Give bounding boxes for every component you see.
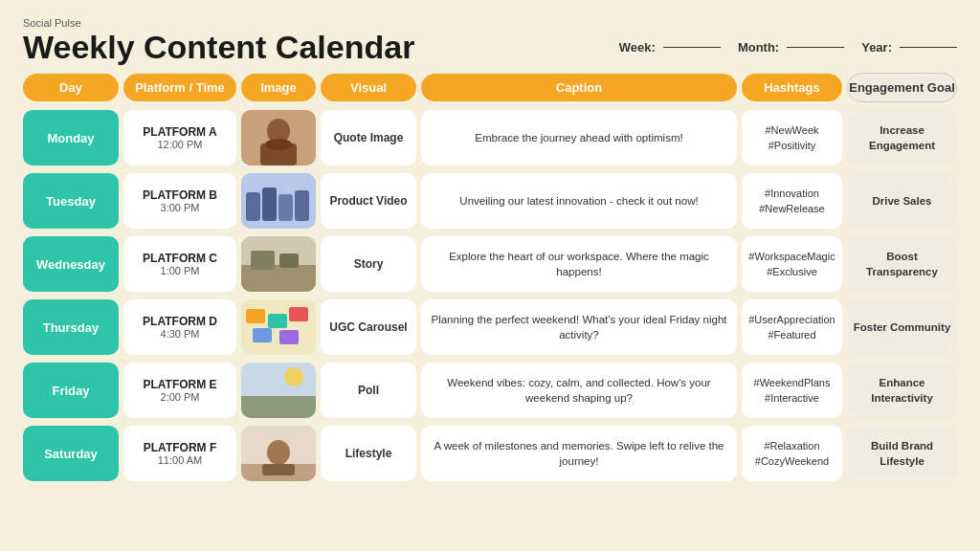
platform-time: 1:00 PM xyxy=(161,265,200,276)
svg-rect-17 xyxy=(253,328,272,342)
cell-engagement: Build Brand Lifestyle xyxy=(847,426,957,481)
app-container: Social Pulse Weekly Content Calendar Wee… xyxy=(23,17,957,483)
cell-platform: PLATFORM E 2:00 PM xyxy=(123,363,236,418)
platform-time: 3:00 PM xyxy=(161,202,200,213)
cell-image xyxy=(241,236,316,292)
svg-rect-14 xyxy=(246,309,265,323)
svg-rect-8 xyxy=(295,190,309,221)
header-hashtags: Hashtags xyxy=(742,74,842,101)
photo-0 xyxy=(241,110,316,165)
cell-hashtags: #Innovation#NewRelease xyxy=(742,173,842,229)
cell-day: Wednesday xyxy=(23,236,119,292)
header-platform: Platform / Time xyxy=(123,74,236,101)
header-visual: Visual xyxy=(321,74,416,101)
photo-5 xyxy=(241,426,316,481)
cell-platform: PLATFORM B 3:00 PM xyxy=(123,173,236,229)
platform-name: PLATFORM B xyxy=(143,188,217,202)
cell-visual: Quote Image xyxy=(321,110,416,165)
platform-time: 12:00 PM xyxy=(157,139,202,150)
week-field: Week: xyxy=(619,40,721,55)
cell-engagement: Foster Community xyxy=(847,299,957,355)
photo-4 xyxy=(241,363,316,418)
year-field: Year: xyxy=(861,40,957,55)
photo-3 xyxy=(241,299,316,355)
table-body: Monday PLATFORM A 12:00 PM Quote Image E… xyxy=(23,108,957,483)
cell-caption: Embrace the journey ahead with optimism! xyxy=(421,110,737,165)
cell-engagement: Drive Sales xyxy=(847,173,957,229)
title-row: Weekly Content Calendar Week: Month: Yea… xyxy=(23,31,957,63)
month-field: Month: xyxy=(738,40,844,55)
cell-visual: Lifestyle xyxy=(321,426,416,481)
week-fields: Week: Month: Year: xyxy=(619,40,957,55)
platform-time: 4:30 PM xyxy=(161,328,200,340)
cell-visual: Poll xyxy=(321,363,416,418)
header-day: Day xyxy=(23,74,119,101)
header-engagement: Engagement Goal xyxy=(847,73,957,102)
cell-visual: Story xyxy=(321,236,416,292)
svg-point-3 xyxy=(265,139,292,150)
svg-rect-20 xyxy=(241,396,316,418)
svg-rect-16 xyxy=(289,307,308,321)
week-input[interactable] xyxy=(663,47,721,48)
header-image: Image xyxy=(241,74,316,101)
cell-image xyxy=(241,426,316,481)
cell-image xyxy=(241,299,316,355)
platform-name: PLATFORM C xyxy=(143,252,217,265)
cell-day: Friday xyxy=(23,363,119,418)
platform-name: PLATFORM D xyxy=(143,315,217,328)
cell-hashtags: #Relaxation#CozyWeekend xyxy=(742,426,842,481)
cell-image xyxy=(241,173,316,229)
cell-caption: Explore the heart of our workspace. Wher… xyxy=(421,236,737,292)
cell-caption: Weekend vibes: cozy, calm, and collected… xyxy=(421,363,737,418)
photo-1 xyxy=(241,173,316,229)
svg-point-24 xyxy=(267,440,290,465)
cell-visual: UGC Carousel xyxy=(321,299,416,355)
brand-label: Social Pulse xyxy=(23,17,957,29)
header-caption: Caption xyxy=(421,74,737,101)
svg-rect-25 xyxy=(262,464,295,475)
cell-hashtags: #NewWeek#Positivity xyxy=(742,110,842,165)
cell-platform: PLATFORM D 4:30 PM xyxy=(123,299,236,355)
main-title: Weekly Content Calendar xyxy=(23,31,414,63)
table-row: Saturday PLATFORM F 11:00 AM Lifestyle A… xyxy=(23,424,957,483)
table-row: Tuesday PLATFORM B 3:00 PM Product Video… xyxy=(23,171,957,231)
cell-platform: PLATFORM A 12:00 PM xyxy=(123,110,236,165)
cell-engagement: Increase Engagement xyxy=(847,110,957,165)
svg-point-21 xyxy=(284,367,303,386)
table-row: Wednesday PLATFORM C 1:00 PM Story Explo… xyxy=(23,234,957,294)
platform-name: PLATFORM A xyxy=(143,125,216,139)
cell-image xyxy=(241,110,316,165)
column-headers: Day Platform / Time Image Visual Caption… xyxy=(23,73,957,102)
platform-name: PLATFORM F xyxy=(144,441,216,454)
table-row: Friday PLATFORM E 2:00 PM Poll Weekend v… xyxy=(23,361,957,420)
platform-time: 2:00 PM xyxy=(161,391,200,403)
svg-rect-15 xyxy=(268,314,287,328)
cell-caption: Unveiling our latest innovation - check … xyxy=(421,173,737,229)
cell-caption: A week of milestones and memories. Swipe… xyxy=(421,426,737,481)
svg-rect-6 xyxy=(262,187,277,221)
cell-caption: Planning the perfect weekend! What's you… xyxy=(421,299,737,355)
photo-2 xyxy=(241,236,316,292)
year-label: Year: xyxy=(861,40,892,55)
cell-hashtags: #WeekendPlans#Interactive xyxy=(742,363,842,418)
month-input[interactable] xyxy=(787,47,844,48)
platform-name: PLATFORM E xyxy=(143,378,216,391)
cell-day: Thursday xyxy=(23,299,119,355)
svg-rect-7 xyxy=(278,194,293,221)
cell-hashtags: #WorkspaceMagic#Exclusive xyxy=(742,236,842,292)
cell-day: Tuesday xyxy=(23,173,119,229)
table-row: Thursday PLATFORM D 4:30 PM UGC Carousel… xyxy=(23,298,957,357)
cell-day: Monday xyxy=(23,110,119,165)
week-label: Week: xyxy=(619,40,656,55)
cell-platform: PLATFORM F 11:00 AM xyxy=(123,426,236,481)
cell-engagement: Boost Transparency xyxy=(847,236,957,292)
table-row: Monday PLATFORM A 12:00 PM Quote Image E… xyxy=(23,108,957,167)
year-input[interactable] xyxy=(900,47,957,48)
svg-rect-12 xyxy=(279,253,299,268)
month-label: Month: xyxy=(738,40,779,55)
cell-day: Saturday xyxy=(23,426,119,481)
svg-rect-18 xyxy=(279,330,299,344)
platform-time: 11:00 AM xyxy=(158,454,202,466)
cell-hashtags: #UserAppreciation#Featured xyxy=(742,299,842,355)
svg-rect-5 xyxy=(246,192,260,221)
